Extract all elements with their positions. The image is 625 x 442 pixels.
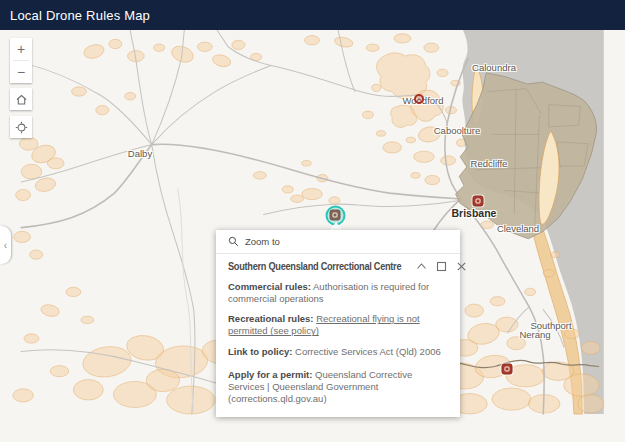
map-marker-incident-circle[interactable]	[414, 94, 424, 104]
map-canvas[interactable]: DalbyWoodfordCaloundraCabooltureRedcliff…	[0, 30, 625, 442]
map-marker-facility-selected[interactable]	[330, 210, 341, 221]
home-control-group	[10, 88, 32, 110]
popup-title: Southern Queensland Correctional Centre	[228, 261, 401, 272]
zoom-out-button[interactable]: −	[10, 61, 32, 83]
map-marker-facility[interactable]	[473, 196, 484, 207]
chevron-up-icon	[416, 261, 427, 272]
magnifier-icon	[228, 236, 239, 247]
close-icon	[456, 261, 467, 272]
field-apply-for-permit: Apply for a permit: Queensland Correctiv…	[228, 369, 448, 405]
locate-button[interactable]	[10, 116, 32, 138]
map-marker-facility[interactable]	[502, 364, 513, 375]
app-header: Local Drone Rules Map	[0, 0, 625, 30]
popup-content: Commercial rules: Authorisation is requi…	[216, 275, 460, 417]
field-value: Corrective Services Act (Qld) 2006	[295, 346, 441, 357]
locate-icon	[15, 121, 28, 134]
field-recreational-rules: Recreational rules: Recreational flying …	[228, 313, 448, 337]
home-icon	[15, 93, 28, 106]
app-window: Local Drone Rules Map	[0, 0, 625, 442]
field-link-to-policy: Link to policy: Corrective Services Act …	[228, 346, 448, 358]
zoom-to-button[interactable]: Zoom to	[216, 230, 460, 254]
dock-popup-button[interactable]	[436, 261, 447, 272]
field-label: Apply for a permit:	[228, 369, 312, 380]
field-commercial-rules: Commercial rules: Authorisation is requi…	[228, 281, 448, 305]
field-label: Link to policy:	[228, 346, 292, 357]
home-button[interactable]	[10, 88, 32, 110]
zoom-control-group: + −	[10, 38, 32, 83]
zoom-to-label: Zoom to	[245, 236, 280, 247]
collapse-popup-button[interactable]	[416, 261, 427, 272]
zoom-in-button[interactable]: +	[10, 38, 32, 60]
app-title: Local Drone Rules Map	[10, 8, 150, 23]
feature-popup: Zoom to Southern Queensland Correctional…	[216, 230, 460, 417]
popup-window-actions	[416, 261, 467, 272]
locate-control-group	[10, 116, 32, 138]
close-popup-button[interactable]	[456, 261, 467, 272]
field-label: Recreational rules:	[228, 313, 314, 324]
collapse-panel-icon: ‹	[4, 240, 7, 251]
popup-header: Southern Queensland Correctional Centre	[216, 254, 460, 275]
field-label: Commercial rules:	[228, 281, 311, 292]
dock-window-icon	[436, 261, 447, 272]
panel-collapse-tab[interactable]: ‹	[0, 226, 11, 264]
